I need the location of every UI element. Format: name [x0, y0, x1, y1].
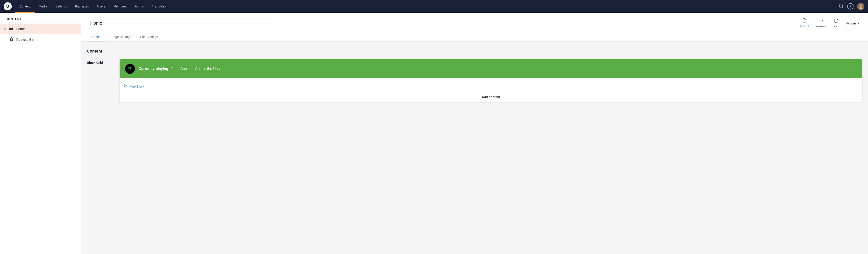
nav-item-packages[interactable]: Packages	[71, 0, 93, 13]
page-title-input[interactable]	[87, 19, 272, 28]
nav-item-forms[interactable]: Forms	[131, 0, 148, 13]
sidebar: Content ▶ Home Recycle Bin	[0, 13, 81, 254]
main-content: Content Block Grid	[81, 41, 868, 254]
content-header-top: Content Redirects	[87, 16, 863, 30]
sidebar-item-recycle-bin[interactable]: Recycle Bin	[0, 34, 81, 45]
spotify-block[interactable]: Currently playing: Fiona Apple — Across …	[120, 59, 862, 78]
home-icon	[9, 26, 13, 31]
block-grid-field-row: Block Grid Currently	[87, 59, 863, 103]
svg-line-1	[842, 7, 843, 8]
toolbar-content-label: Content	[800, 25, 809, 28]
spotify-icon	[125, 64, 135, 74]
nav-item-media[interactable]: Media	[35, 0, 51, 13]
toolbar-actions-label: Actions ▾	[846, 22, 859, 25]
content-toolbar: Content Redirects	[797, 16, 863, 30]
logo[interactable]: U	[4, 2, 12, 10]
svg-point-8	[125, 85, 126, 86]
block-grid-label: Block Grid	[87, 59, 114, 64]
svg-point-0	[839, 4, 843, 7]
toolbar-btn-info[interactable]: Info	[831, 17, 842, 30]
tabs-bar: Content Page Settings Site Settings	[87, 33, 863, 41]
block-grid-content: Currently playing: Fiona Apple — Across …	[119, 59, 863, 103]
chevron-right-icon: ▶	[4, 27, 6, 30]
sidebar-header: Content	[0, 13, 81, 24]
tab-page-settings[interactable]: Page Settings	[107, 33, 135, 41]
toolbar-btn-actions[interactable]: Actions ▾	[842, 20, 863, 27]
toolbar-redirects-label: Redirects	[816, 25, 827, 28]
search-icon[interactable]	[839, 3, 844, 9]
map-block-label: Map Block	[129, 85, 144, 88]
nav-item-members[interactable]: Members	[110, 0, 131, 13]
main-layout: Content ▶ Home Recycle Bin	[0, 13, 868, 254]
content-header: Content Redirects	[81, 13, 868, 41]
sidebar-item-home-label: Home	[16, 27, 25, 31]
top-nav: U Content Media Settings Packages Users …	[0, 0, 868, 13]
spotify-text: Currently playing: Fiona Apple — Across …	[138, 67, 227, 71]
redirect-icon	[819, 19, 824, 24]
content-area: Content Redirects	[81, 13, 868, 254]
section-title: Content	[87, 49, 863, 54]
document-icon	[802, 18, 807, 24]
trash-icon	[9, 37, 13, 42]
add-content-button[interactable]: Add content	[120, 92, 862, 102]
toolbar-info-label: Info	[834, 25, 838, 28]
svg-point-7	[127, 66, 133, 72]
nav-item-settings[interactable]: Settings	[51, 0, 71, 13]
nav-item-content[interactable]: Content	[16, 0, 35, 13]
info-icon	[834, 19, 838, 24]
nav-right: ?	[839, 3, 864, 10]
tab-content[interactable]: Content	[87, 33, 107, 41]
user-avatar[interactable]	[857, 3, 864, 10]
svg-point-3	[859, 7, 863, 10]
sidebar-item-home[interactable]: ▶ Home	[0, 24, 81, 34]
svg-point-2	[860, 4, 862, 7]
map-pin-icon	[123, 84, 127, 89]
toolbar-btn-content[interactable]: Content	[797, 16, 812, 30]
tab-site-settings[interactable]: Site Settings	[135, 33, 162, 41]
sidebar-item-recycle-bin-label: Recycle Bin	[16, 37, 34, 41]
nav-items: Content Media Settings Packages Users Me…	[16, 0, 837, 13]
nav-item-translation[interactable]: Translation	[148, 0, 172, 13]
nav-item-users[interactable]: Users	[93, 0, 110, 13]
toolbar-btn-redirects[interactable]: Redirects	[813, 17, 830, 30]
map-block[interactable]: Map Block	[120, 81, 862, 92]
help-icon[interactable]: ?	[847, 3, 854, 9]
block-grid-container: Currently playing: Fiona Apple — Across …	[119, 59, 863, 103]
